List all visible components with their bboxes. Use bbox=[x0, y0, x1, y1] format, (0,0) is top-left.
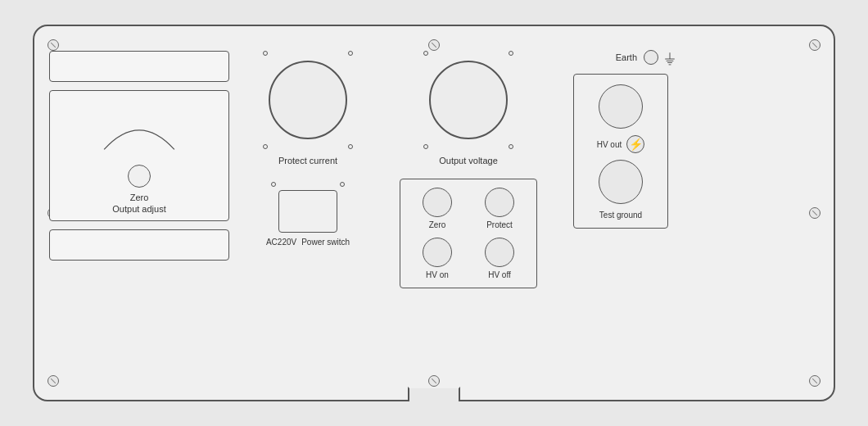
section-mid-right: Output voltage Zero Protect HV on HV off bbox=[387, 43, 550, 383]
protect-current-label: Protect current bbox=[278, 156, 337, 165]
section-mid-left: Protect current AC220V Power switch bbox=[242, 43, 373, 383]
ov-dot-br bbox=[509, 144, 513, 149]
section-left: Zero Output adjust bbox=[49, 43, 229, 383]
control-box: Zero Protect HV on HV off bbox=[400, 179, 537, 288]
hv-off-button-label: HV off bbox=[488, 270, 511, 279]
meter-labels: Zero Output adjust bbox=[50, 193, 228, 214]
top-right-knob[interactable] bbox=[599, 84, 643, 129]
hv-out-row: HV out ⚡ bbox=[597, 135, 645, 153]
screw-top-right bbox=[809, 39, 821, 51]
equipment-panel: Zero Output adjust Protect current bbox=[33, 25, 835, 401]
protect-button[interactable] bbox=[485, 188, 514, 217]
power-switch-label: Power switch bbox=[301, 238, 350, 247]
output-voltage-knob[interactable] bbox=[429, 61, 508, 139]
hv-off-button-container: HV off bbox=[474, 238, 525, 279]
ov-dots-bottom bbox=[423, 144, 513, 149]
test-ground-knob[interactable] bbox=[599, 160, 643, 204]
ps-dot-left bbox=[271, 182, 276, 187]
zero-label: Zero bbox=[130, 193, 149, 202]
protect-knob-dots-top bbox=[263, 51, 353, 56]
section-right: Earth ⏚ HV out ⚡ Test ground bbox=[563, 43, 678, 383]
zero-button-label: Zero bbox=[429, 220, 446, 229]
output-voltage-label: Output voltage bbox=[439, 156, 498, 165]
protect-button-label: Protect bbox=[486, 220, 513, 229]
earth-row: Earth ⏚ bbox=[563, 49, 678, 66]
protect-current-knob[interactable] bbox=[269, 61, 347, 139]
power-switch-dots bbox=[271, 182, 345, 187]
ps-dot-right bbox=[340, 182, 345, 187]
meter-arc-svg bbox=[90, 107, 188, 156]
ov-dot-tl bbox=[423, 51, 428, 56]
screw-bottom-left bbox=[47, 375, 59, 387]
power-switch-container: AC220V Power switch bbox=[266, 182, 350, 247]
screw-bottom-right bbox=[809, 375, 821, 387]
earth-label: Earth bbox=[616, 52, 637, 62]
hv-on-button-label: HV on bbox=[426, 270, 449, 279]
screw-mid-right bbox=[809, 207, 821, 219]
zero-button[interactable] bbox=[423, 188, 452, 217]
hv-out-label: HV out bbox=[597, 140, 622, 149]
ac220v-label: AC220V bbox=[266, 238, 296, 247]
right-panel-box: HV out ⚡ Test ground bbox=[573, 74, 668, 229]
dot-bl bbox=[263, 144, 268, 149]
hv-out-symbol: ⚡ bbox=[626, 135, 644, 153]
protect-knob-dots-bottom bbox=[263, 144, 353, 149]
power-switch-labels: AC220V Power switch bbox=[266, 238, 350, 247]
hv-on-button-container: HV on bbox=[412, 238, 463, 279]
meter-center-circle bbox=[128, 165, 151, 188]
dot-tr bbox=[348, 51, 353, 56]
screw-top-mid bbox=[428, 39, 440, 51]
meter-box: Zero Output adjust bbox=[49, 90, 229, 221]
protect-current-container: Protect current bbox=[263, 51, 353, 165]
protect-button-container: Protect bbox=[474, 188, 525, 229]
test-ground-label: Test ground bbox=[599, 211, 642, 220]
ov-dot-bl bbox=[423, 144, 428, 149]
dot-tl bbox=[263, 51, 268, 56]
output-voltage-container: Output voltage bbox=[423, 51, 513, 165]
output-adjust-label: Output adjust bbox=[112, 204, 165, 214]
screw-bottom-mid bbox=[428, 375, 440, 387]
top-display bbox=[49, 51, 229, 82]
dot-br bbox=[348, 144, 353, 149]
ov-dots-top bbox=[423, 51, 513, 56]
hv-on-button[interactable] bbox=[423, 238, 452, 267]
earth-indicator bbox=[644, 50, 658, 65]
ov-dot-tr bbox=[509, 51, 513, 56]
bottom-display bbox=[49, 229, 229, 261]
zero-button-container: Zero bbox=[412, 188, 463, 229]
hv-off-button[interactable] bbox=[485, 238, 514, 267]
screw-top-left bbox=[47, 39, 59, 51]
earth-symbol-icon: ⏚ bbox=[665, 49, 675, 66]
power-switch[interactable] bbox=[278, 190, 337, 233]
